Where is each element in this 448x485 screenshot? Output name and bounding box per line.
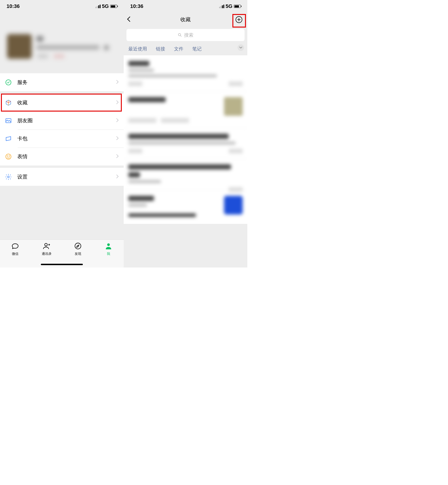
row-label: 表情 (17, 153, 28, 160)
list-item[interactable] (124, 55, 247, 91)
page-title: 收藏 (180, 16, 191, 23)
svg-point-6 (45, 243, 47, 246)
tab-label: 我 (107, 252, 110, 256)
row-settings[interactable]: 设置 (0, 168, 124, 186)
status-time: 10:36 (130, 3, 143, 9)
row-services[interactable]: 服务 (0, 73, 124, 91)
row-label: 收藏 (17, 99, 28, 106)
chevron-down-icon (239, 46, 242, 49)
chevron-right-icon (116, 118, 119, 123)
list-item[interactable] (124, 128, 247, 159)
moments-icon (5, 117, 12, 124)
search-placeholder: 搜索 (184, 32, 193, 38)
svg-point-4 (9, 156, 10, 156)
screen-favorites: 10:36 5G 收藏 搜索 最近使用 (124, 0, 247, 267)
row-favorites[interactable]: 收藏 (0, 94, 124, 112)
row-label: 服务 (17, 79, 28, 86)
services-icon (5, 79, 12, 86)
battery-icon (110, 5, 117, 8)
chevron-right-icon (116, 154, 119, 159)
tab-contacts[interactable]: 通讯录 (42, 242, 52, 256)
profile-area[interactable] (0, 13, 124, 73)
network-label: 5G (102, 3, 109, 9)
filter-files[interactable]: 文件 (174, 46, 184, 52)
status-time: 10:36 (7, 3, 20, 9)
cards-icon (5, 135, 12, 142)
avatar (7, 34, 32, 59)
home-indicator (41, 264, 83, 265)
tab-discover[interactable]: 发现 (74, 242, 82, 256)
filter-notes[interactable]: 笔记 (192, 46, 202, 52)
stickers-icon (5, 153, 12, 160)
add-button[interactable] (233, 14, 245, 26)
favorites-icon (5, 99, 12, 106)
me-icon (104, 242, 112, 251)
row-stickers[interactable]: 表情 (0, 147, 124, 165)
row-moments[interactable]: 朋友圈 (0, 112, 124, 129)
tab-label: 微信 (12, 252, 18, 256)
list-item[interactable] (124, 159, 247, 190)
chevron-right-icon (116, 136, 119, 141)
gear-icon (5, 173, 12, 181)
svg-point-10 (178, 33, 181, 36)
chevron-right-icon (116, 100, 119, 105)
favorites-list (124, 55, 247, 224)
discover-icon (74, 242, 82, 251)
svg-point-5 (8, 176, 9, 178)
svg-point-8 (107, 243, 110, 246)
tab-me[interactable]: 我 (104, 242, 112, 256)
filter-recent[interactable]: 最近使用 (128, 46, 147, 52)
row-label: 卡包 (17, 135, 28, 142)
filter-links[interactable]: 链接 (156, 46, 165, 52)
screen-me: 10:36 5G (0, 0, 124, 267)
row-label: 设置 (17, 173, 28, 180)
row-label: 朋友圈 (17, 117, 33, 124)
svg-point-3 (7, 156, 8, 156)
contacts-icon (43, 242, 51, 251)
chevron-right-icon (116, 80, 119, 85)
chat-icon (11, 242, 19, 251)
back-button[interactable] (127, 16, 131, 24)
chevron-right-icon (116, 174, 119, 180)
list-item[interactable] (124, 91, 247, 128)
svg-point-7 (75, 243, 81, 249)
tab-label: 发现 (75, 252, 81, 256)
status-bar: 10:36 5G (124, 0, 247, 13)
search-icon (177, 33, 182, 37)
search-input[interactable]: 搜索 (127, 29, 245, 41)
network-label: 5G (226, 3, 232, 9)
signal-icon (96, 5, 101, 8)
nav-bar: 收藏 (124, 13, 247, 27)
signal-icon (219, 5, 224, 8)
filter-bar: 最近使用 链接 文件 笔记 (124, 43, 247, 55)
svg-point-2 (6, 154, 11, 159)
tab-chats[interactable]: 微信 (11, 242, 19, 256)
tab-label: 通讯录 (42, 252, 52, 256)
battery-icon (234, 5, 241, 8)
list-item[interactable] (124, 190, 247, 224)
row-cards[interactable]: 卡包 (0, 129, 124, 147)
tabbar: 微信 通讯录 发现 我 (0, 239, 124, 267)
status-bar: 10:36 5G (0, 0, 124, 13)
expand-filters-button[interactable] (238, 44, 244, 51)
